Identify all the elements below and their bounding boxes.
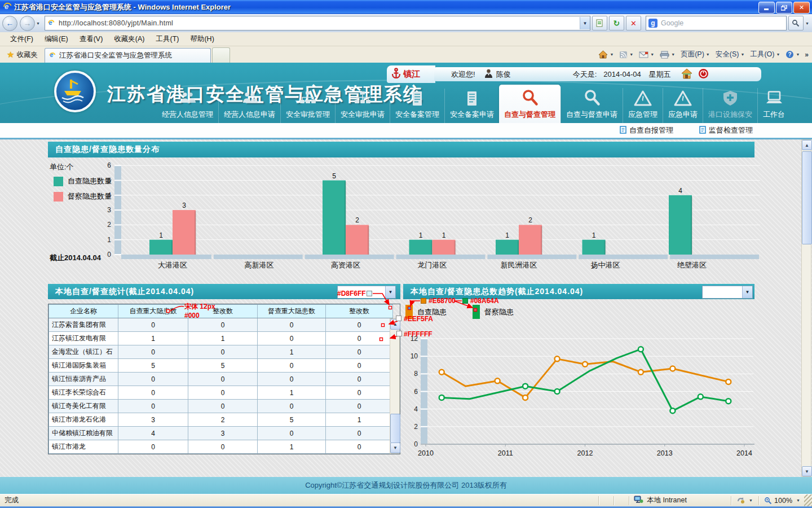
- value-cell: 5: [118, 359, 188, 373]
- nav-item-2[interactable]: 安全审批管理: [280, 89, 335, 123]
- refresh-button[interactable]: ↻: [609, 16, 624, 30]
- bar-inspect: [433, 240, 456, 255]
- nav-item-4[interactable]: 安全备案管理: [390, 89, 444, 123]
- status-bar: 完成 本地 Intranet ▼ 100% ▼: [0, 494, 812, 506]
- anchor-icon: [391, 68, 401, 81]
- feeds-button[interactable]: ▼: [616, 49, 636, 61]
- minimize-button[interactable]: [758, 2, 775, 14]
- stat-table: 企业名称自查重大隐患数整改数督查重大隐患数整改数江苏索普集团有限0000江苏镇江…: [48, 304, 393, 454]
- value-cell: 0: [258, 332, 326, 345]
- select-dropdown-icon[interactable]: ▼: [742, 286, 752, 298]
- home-shortcut-icon[interactable]: [681, 68, 692, 81]
- table-row[interactable]: 中储粮镇江粮油有限4300: [49, 427, 393, 440]
- home-button[interactable]: ▼: [595, 49, 616, 61]
- close-button[interactable]: ✕: [793, 2, 810, 14]
- address-dropdown-button[interactable]: ▼: [580, 17, 590, 29]
- print-button[interactable]: ▼: [657, 49, 678, 61]
- menu-item-2[interactable]: 查看(V): [74, 33, 109, 45]
- command-0[interactable]: 页面(P)▼: [678, 49, 713, 61]
- bar-value-label: 4: [678, 187, 682, 195]
- nav-item-6[interactable]: 自查与督查管理: [499, 85, 561, 123]
- data-point-marker: [698, 394, 703, 399]
- subnav-item-1[interactable]: 监督检查管理: [699, 125, 753, 135]
- value-cell: 0: [188, 345, 258, 359]
- value-cell: 0: [326, 345, 393, 359]
- data-point-marker: [439, 370, 444, 375]
- menu-item-5[interactable]: 帮助(H): [184, 33, 219, 45]
- compatibility-view-button[interactable]: [592, 16, 607, 30]
- nav-item-5[interactable]: 安全备案申请: [444, 89, 499, 123]
- ie-window: e 江苏省港口安全监管与应急管理系统 - Windows Internet Ex…: [0, 0, 812, 508]
- table-row[interactable]: 镇江李长荣综合石0010: [49, 386, 393, 400]
- nav-item-3[interactable]: 安全审批申请: [335, 89, 390, 123]
- search-options-icon[interactable]: ▼: [805, 21, 809, 25]
- stop-button[interactable]: ✕: [626, 16, 641, 30]
- table-scroll-down-icon[interactable]: ▼: [390, 443, 400, 453]
- select-dropdown-icon[interactable]: ▼: [385, 286, 395, 298]
- copyright-text: Copyright©江苏省交通规划设计院股份有限公司 2013版权所有: [305, 480, 507, 491]
- back-button[interactable]: ←: [2, 16, 17, 31]
- page-scroll-down-icon[interactable]: ▼: [802, 466, 812, 476]
- value-cell: 0: [118, 345, 188, 359]
- nav-item-9[interactable]: 应急申请: [663, 88, 703, 123]
- value-cell: 0: [118, 373, 188, 386]
- search-input[interactable]: g Google: [646, 16, 787, 30]
- favorites-button[interactable]: ★ 收藏夹: [3, 49, 41, 61]
- new-tab-stub[interactable]: [212, 47, 230, 63]
- protected-mode-button[interactable]: ▼: [732, 497, 757, 504]
- value-cell: 1: [258, 386, 326, 400]
- address-input[interactable]: e http://localhost:8080/yjpt/Main.html ▼: [45, 16, 590, 30]
- read-mail-button[interactable]: ▼: [636, 49, 657, 61]
- table-row[interactable]: 镇江港国际集装箱5500: [49, 359, 393, 373]
- page-scrollbar[interactable]: ▲ ▼: [801, 139, 811, 477]
- data-point-marker: [638, 347, 643, 352]
- forward-button[interactable]: →: [20, 16, 35, 31]
- zoom-button[interactable]: 100% ▼: [760, 497, 804, 505]
- table-row[interactable]: 江苏索普集团有限0000: [49, 318, 393, 332]
- page-scroll-thumb[interactable]: [802, 151, 812, 244]
- menu-item-0[interactable]: 文件(F): [5, 33, 39, 45]
- table-row[interactable]: 镇江市港龙0010: [49, 440, 393, 454]
- command-2[interactable]: 工具(O)▼: [747, 49, 783, 61]
- bar-ytick-label: 1: [107, 236, 111, 244]
- menu-item-1[interactable]: 编辑(E): [39, 33, 74, 45]
- search-button[interactable]: [788, 16, 804, 30]
- nav-item-8[interactable]: 应急管理: [623, 88, 663, 123]
- browser-tab[interactable]: e 江苏省港口安全监管与应急管理系统: [45, 48, 211, 63]
- data-point-marker: [670, 408, 675, 413]
- help-button[interactable]: ?▼: [783, 49, 802, 61]
- table-row[interactable]: 金海宏业（镇江）石0010: [49, 345, 393, 359]
- table-scroll-thumb[interactable]: [390, 414, 400, 443]
- nav-item-10[interactable]: 港口设施保安: [703, 88, 757, 123]
- doc-icon: [462, 91, 482, 108]
- page-scroll-up-icon[interactable]: ▲: [802, 140, 812, 150]
- nav-item-label: 港口设施保安: [708, 110, 752, 120]
- command-1[interactable]: 安全(S)▼: [713, 49, 748, 61]
- line-filter-select[interactable]: ▼: [702, 286, 753, 299]
- star-icon: ★: [7, 50, 14, 60]
- menu-item-4[interactable]: 工具(T): [150, 33, 184, 45]
- table-scrollbar[interactable]: ▲ ▼: [390, 318, 400, 454]
- address-bar-row: ← → ▼ e http://localhost:8080/yjpt/Main.…: [0, 14, 812, 33]
- nav-item-1[interactable]: 经营人信息申请: [218, 89, 280, 123]
- resize-grip[interactable]: [804, 494, 812, 506]
- table-row[interactable]: 镇江市港龙石化港3251: [49, 413, 393, 427]
- line-ytick-label: 0: [414, 440, 418, 448]
- overflow-chevron[interactable]: »: [805, 51, 809, 59]
- menu-item-3[interactable]: 收藏夹(A): [108, 33, 150, 45]
- subnav-item-0[interactable]: 自查自报管理: [620, 125, 673, 135]
- nav-item-11[interactable]: 工作台: [757, 88, 790, 123]
- weekday-value: 星期五: [649, 69, 671, 80]
- nav-item-7[interactable]: 自查与督查申请: [561, 86, 623, 123]
- intranet-icon: [634, 496, 643, 505]
- logout-icon[interactable]: [698, 68, 709, 81]
- restore-button[interactable]: [776, 2, 792, 14]
- welcome-text: 欢迎您!: [451, 69, 475, 80]
- value-cell: 0: [118, 440, 188, 454]
- nav-item-0[interactable]: 经营人信息管理: [157, 89, 218, 123]
- history-dropdown-icon[interactable]: ▼: [36, 21, 40, 25]
- value-cell: 0: [326, 400, 393, 413]
- table-row[interactable]: 镇江奇美化工有限0000: [49, 400, 393, 413]
- table-row[interactable]: 江苏镇江发电有限1100: [49, 332, 393, 345]
- table-row[interactable]: 镇江恒泰沥青产品0000: [49, 373, 393, 386]
